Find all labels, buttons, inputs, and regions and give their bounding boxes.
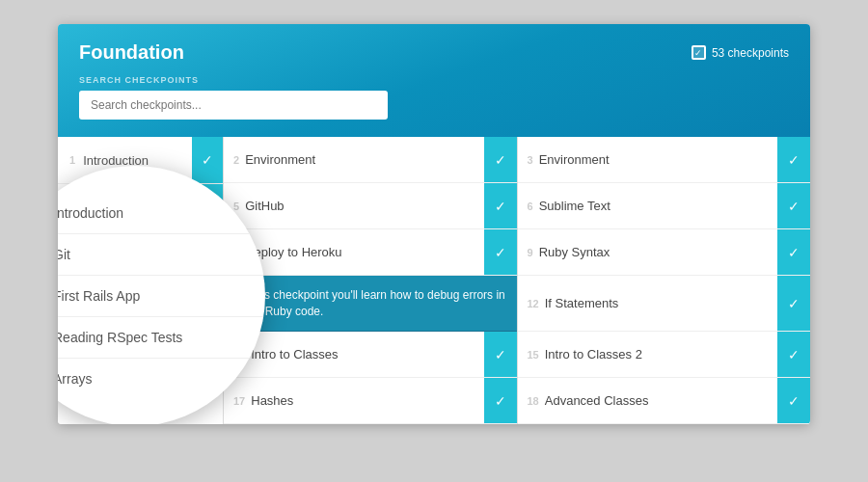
check-icon: ✓ bbox=[484, 137, 517, 182]
check-icon: ✓ bbox=[484, 332, 517, 377]
check-icon: ✓ bbox=[484, 229, 517, 275]
header: Foundation ✓ 53 checkpoints SEARCH CHECK… bbox=[58, 24, 810, 137]
table-row: 14 Intro to Classes ✓ bbox=[224, 332, 517, 378]
table-row: 17 Hashes ✓ bbox=[224, 378, 517, 424]
search-label: SEARCH CHECKPOINTS bbox=[79, 75, 789, 85]
check-icon: ✓ bbox=[777, 332, 810, 377]
table-row: 18 Advanced Classes ✓ bbox=[518, 378, 811, 424]
check-icon: ✓ bbox=[777, 183, 810, 228]
page-title: Foundation bbox=[79, 41, 184, 64]
search-input[interactable] bbox=[79, 91, 388, 120]
table-row: 6 Sublime Text ✓ bbox=[518, 183, 811, 229]
table-row: 15 Intro to Classes 2 ✓ bbox=[518, 332, 811, 378]
table-row: In this checkpoint you'll learn how to d… bbox=[224, 276, 517, 332]
table-row: 9 Ruby Syntax ✓ bbox=[518, 229, 811, 276]
circle-first-rails-label: First Rails App bbox=[58, 288, 140, 304]
check-icon: ✓ bbox=[777, 229, 810, 275]
check-icon: ✓ bbox=[777, 137, 810, 182]
command-line-label: Environment bbox=[539, 152, 610, 167]
table-row: 2 Environment ✓ bbox=[224, 137, 517, 183]
table-row: 5 GitHub ✓ bbox=[224, 183, 517, 229]
circle-reading-rspec-label: Reading RSpec Tests bbox=[58, 330, 182, 345]
right-column: 3 Environment ✓ 6 Sublime Text ✓ 9 Rub bbox=[518, 137, 811, 424]
checkpoints-count: 53 checkpoints bbox=[712, 46, 789, 60]
circle-item[interactable]: 7 First Rails App bbox=[58, 276, 265, 317]
table-row: 3 Environment ✓ bbox=[518, 137, 811, 183]
check-icon: ✓ bbox=[484, 378, 517, 423]
circle-item: 4 Git bbox=[58, 234, 265, 276]
circle-item: 10 Reading RSpec Tests bbox=[58, 317, 265, 359]
checkpoints-badge: ✓ 53 checkpoints bbox=[692, 45, 789, 60]
table-row: 12 If Statements ✓ bbox=[518, 276, 811, 332]
check-icon: ✓ bbox=[777, 378, 810, 423]
sidebar-column: 1 Introduction ✓ 4 Git ✓ 7 First Rails bbox=[58, 137, 224, 424]
check-icon: ✓ bbox=[484, 183, 517, 228]
check-icon: ✓ bbox=[777, 276, 810, 331]
middle-column: 2 Environment ✓ 5 GitHub ✓ 8 Deploy to bbox=[224, 137, 518, 424]
content-grid: 1 Introduction ✓ 4 Git ✓ 7 First Rails bbox=[58, 137, 810, 424]
advanced-classes-label: Advanced Classes bbox=[545, 393, 649, 408]
table-row: 8 Deploy to Heroku ✓ bbox=[224, 229, 517, 276]
tick-icon: ✓ bbox=[192, 137, 223, 183]
checkbox-icon: ✓ bbox=[692, 45, 706, 60]
